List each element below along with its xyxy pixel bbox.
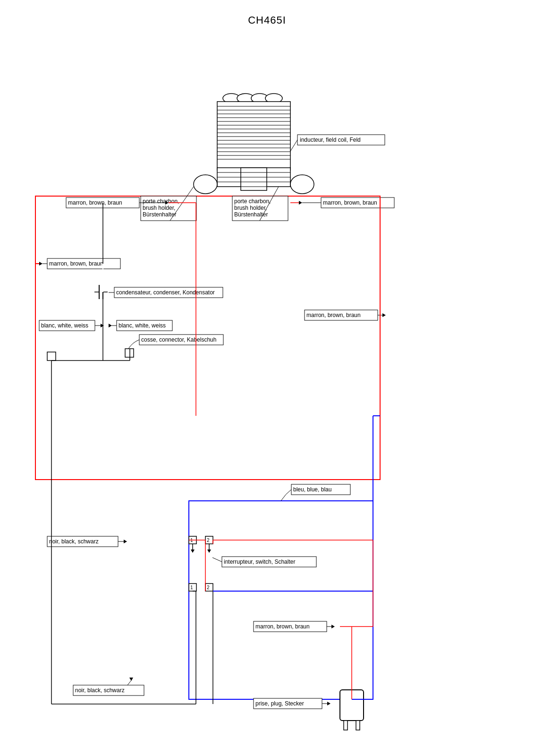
svg-marker-119 <box>327 702 331 705</box>
svg-text:Bürstenhalter: Bürstenhalter <box>143 211 176 218</box>
svg-marker-77 <box>109 324 112 327</box>
inducteur-label: inducteur, field coil, Feld <box>300 137 361 143</box>
svg-point-25 <box>290 175 314 194</box>
svg-text:2: 2 <box>207 538 210 543</box>
svg-text:marron, brown, braun: marron, brown, braun <box>323 199 377 206</box>
svg-text:noir, black, schwarz: noir, black, schwarz <box>49 538 99 545</box>
svg-marker-52 <box>299 201 302 205</box>
svg-rect-121 <box>344 721 348 730</box>
svg-text:marron, brown, braun: marron, brown, braun <box>68 199 122 206</box>
svg-text:porte charbon,: porte charbon, <box>234 198 271 205</box>
svg-text:marron, brown, braun: marron, brown, braun <box>306 312 361 318</box>
motor-body <box>194 94 314 194</box>
svg-text:marron, brown, braun: marron, brown, braun <box>255 623 310 630</box>
svg-rect-4 <box>217 102 290 170</box>
diagram: inducteur, field coil, Feld porte charbo… <box>0 28 534 756</box>
svg-marker-92 <box>124 540 127 543</box>
page-title: CH465I <box>0 0 534 26</box>
svg-text:1: 1 <box>190 585 193 590</box>
svg-text:prise, plug, Stecker: prise, plug, Stecker <box>255 700 304 707</box>
svg-line-103 <box>212 558 222 562</box>
svg-line-114 <box>127 680 131 685</box>
svg-text:marron, brown, braun: marron, brown, braun <box>49 260 103 267</box>
svg-marker-73 <box>101 324 104 327</box>
svg-rect-26 <box>241 168 267 190</box>
svg-text:condensateur, condenser, Konde: condensateur, condenser, Kondensator <box>116 289 215 296</box>
svg-text:blanc, white, weiss: blanc, white, weiss <box>41 322 88 329</box>
svg-rect-81 <box>125 349 134 357</box>
condenser-symbol <box>94 285 108 299</box>
svg-point-24 <box>194 175 217 194</box>
svg-text:brush holder,: brush holder, <box>143 205 175 211</box>
svg-text:interrupteur, switch, Schalter: interrupteur, switch, Schalter <box>224 558 295 565</box>
svg-rect-122 <box>356 721 360 730</box>
svg-text:porte charbon,: porte charbon, <box>143 198 179 205</box>
svg-rect-86 <box>189 501 373 699</box>
switch-top: 1 2 <box>189 536 213 553</box>
svg-marker-115 <box>129 678 133 681</box>
svg-text:noir, black, schwarz: noir, black, schwarz <box>75 687 125 694</box>
svg-rect-80 <box>47 352 56 361</box>
svg-marker-100 <box>207 550 211 553</box>
svg-marker-57 <box>39 262 42 266</box>
svg-text:2: 2 <box>207 585 210 590</box>
svg-marker-111 <box>331 625 335 628</box>
svg-text:bleu, blue, blau: bleu, blue, blau <box>293 486 331 493</box>
svg-text:cosse, connector, Kabelschuh: cosse, connector, Kabelschuh <box>141 336 216 343</box>
svg-line-33 <box>290 140 297 151</box>
switch-bottom: 1 2 <box>189 584 213 591</box>
svg-marker-96 <box>191 550 195 553</box>
svg-text:blanc, white, weiss: blanc, white, weiss <box>119 322 166 329</box>
svg-marker-69 <box>382 313 386 317</box>
svg-text:brush holder,: brush holder, <box>234 205 267 211</box>
